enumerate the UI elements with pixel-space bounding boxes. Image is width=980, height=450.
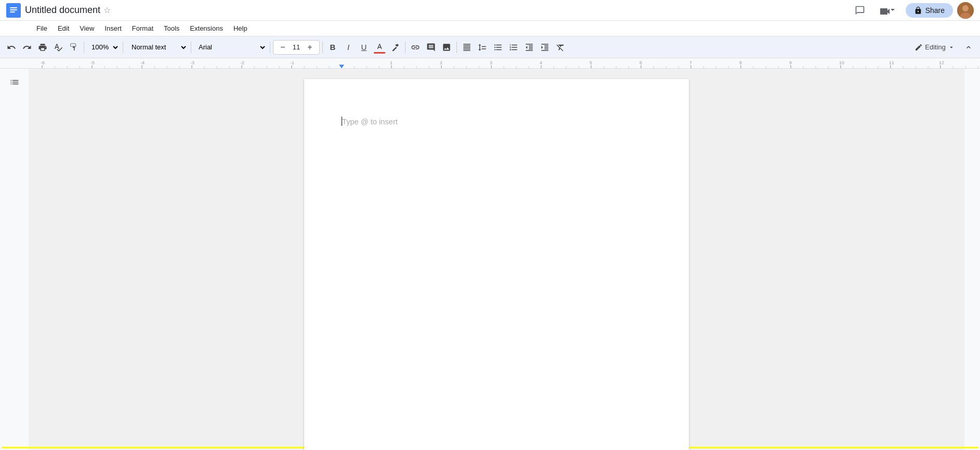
share-label: Share — [925, 6, 945, 15]
font-select[interactable]: Arial Times New Roman Courier New Georgi… — [194, 40, 267, 55]
top-bar: Untitled document ☆ Share — [0, 0, 980, 21]
style-select[interactable]: Normal text Title Subtitle Heading 1 Hea… — [126, 40, 188, 55]
ruler-canvas — [0, 58, 980, 68]
right-sidebar — [964, 69, 980, 450]
text-cursor — [342, 117, 342, 126]
print-button[interactable] — [35, 40, 50, 55]
clear-formatting-button[interactable] — [553, 40, 568, 55]
indent-more-button[interactable] — [538, 40, 552, 55]
spellcheck-button[interactable] — [51, 40, 66, 55]
indent-less-button[interactable] — [522, 40, 537, 55]
numbered-list-button[interactable] — [506, 40, 521, 55]
document-page: Type @ to insert — [304, 79, 689, 450]
avatar[interactable] — [957, 2, 974, 19]
svg-rect-3 — [10, 11, 15, 12]
text-color-button[interactable] — [372, 40, 387, 55]
bold-button[interactable]: B — [325, 40, 340, 55]
font-size-control: − 11 + — [273, 40, 320, 55]
font-size-value[interactable]: 11 — [290, 43, 303, 51]
separator-3 — [191, 42, 191, 53]
font-size-decrease-button[interactable]: − — [276, 40, 290, 55]
collapse-toolbar-button[interactable] — [961, 40, 976, 55]
menu-tools[interactable]: Tools — [159, 22, 185, 34]
svg-point-5 — [962, 5, 969, 11]
separator-2 — [123, 42, 123, 53]
add-comment-button[interactable] — [424, 40, 438, 55]
underline-button[interactable]: U — [357, 40, 371, 55]
editing-status[interactable]: Editing — [911, 41, 958, 54]
undo-button[interactable] — [4, 40, 19, 55]
menu-edit[interactable]: Edit — [53, 22, 74, 34]
redo-button[interactable] — [20, 40, 34, 55]
placeholder-text: Type @ to insert — [342, 118, 398, 126]
meet-button[interactable] — [872, 2, 901, 19]
outline-toggle[interactable] — [6, 74, 23, 93]
separator-7 — [456, 42, 457, 53]
document-title[interactable]: Untitled document — [25, 5, 100, 16]
bullet-list-button[interactable] — [491, 40, 505, 55]
share-button[interactable]: Share — [906, 3, 953, 18]
document-area[interactable]: Type @ to insert — [29, 69, 964, 450]
main-area: Type @ to insert — [0, 69, 980, 450]
text-align-button[interactable] — [460, 40, 474, 55]
menu-view[interactable]: View — [74, 22, 99, 34]
ruler — [0, 58, 980, 69]
paint-format-button[interactable] — [67, 40, 81, 55]
toolbar: 50% 75% 100% 125% 150% 200% Normal text … — [0, 36, 980, 58]
separator-1 — [84, 42, 84, 53]
editing-label: Editing — [925, 43, 946, 51]
italic-button[interactable]: I — [341, 40, 356, 55]
menu-format[interactable]: Format — [127, 22, 159, 34]
menu-help[interactable]: Help — [228, 22, 253, 34]
separator-4 — [270, 42, 270, 53]
separator-5 — [322, 42, 323, 53]
document-content[interactable]: Type @ to insert — [342, 117, 651, 450]
top-right-actions: Share — [852, 2, 974, 19]
menu-file[interactable]: File — [31, 22, 53, 34]
menu-bar: File Edit View Insert Format Tools Exten… — [0, 21, 980, 36]
highlight-button[interactable] — [388, 40, 402, 55]
left-sidebar — [0, 69, 29, 450]
menu-extensions[interactable]: Extensions — [185, 22, 228, 34]
menu-insert[interactable]: Insert — [99, 22, 127, 34]
svg-rect-1 — [10, 7, 17, 8]
svg-rect-2 — [10, 9, 17, 10]
insert-link-button[interactable] — [408, 40, 423, 55]
app-icon — [6, 3, 21, 18]
insert-image-button[interactable] — [439, 40, 454, 55]
comments-button[interactable] — [852, 2, 868, 19]
separator-6 — [405, 42, 406, 53]
star-icon[interactable]: ☆ — [103, 5, 111, 15]
font-size-increase-button[interactable]: + — [303, 40, 317, 55]
line-spacing-button[interactable] — [475, 40, 490, 55]
zoom-select[interactable]: 50% 75% 100% 125% 150% 200% — [87, 40, 120, 55]
